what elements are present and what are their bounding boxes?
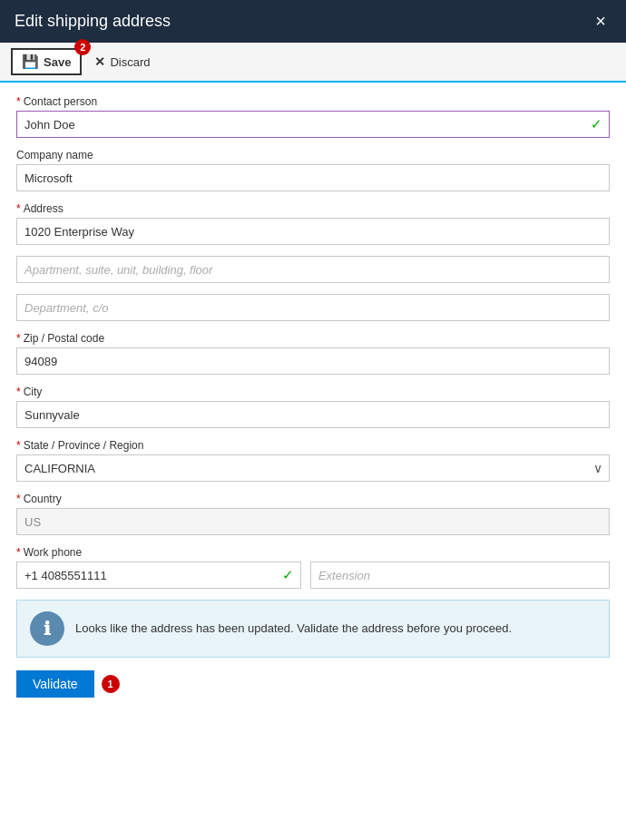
address2-group bbox=[16, 256, 610, 283]
info-icon: ℹ bbox=[44, 618, 51, 640]
department-input[interactable] bbox=[16, 294, 610, 321]
address-label: *Address bbox=[16, 202, 610, 215]
work-phone-label: *Work phone bbox=[16, 546, 610, 559]
state-group: *State / Province / Region CALIFORNIA TE… bbox=[16, 439, 610, 482]
phone-row: ✓ bbox=[16, 562, 610, 589]
contact-person-label: *Contact person bbox=[16, 95, 610, 108]
address2-input[interactable] bbox=[16, 256, 610, 283]
extension-input[interactable] bbox=[310, 562, 610, 589]
state-select[interactable]: CALIFORNIA TEXAS NEW YORK FLORIDA bbox=[16, 454, 610, 482]
validate-badge: 1 bbox=[102, 675, 120, 693]
state-wrapper: CALIFORNIA TEXAS NEW YORK FLORIDA ∨ bbox=[16, 454, 610, 482]
country-group: *Country bbox=[16, 493, 610, 535]
state-label: *State / Province / Region bbox=[16, 439, 610, 452]
modal-header: Edit shipping address × bbox=[0, 0, 626, 43]
phone-check-icon: ✓ bbox=[282, 567, 294, 583]
close-button[interactable]: × bbox=[590, 9, 611, 34]
country-label: *Country bbox=[16, 493, 610, 505]
phone-col: ✓ bbox=[16, 562, 301, 589]
city-wrapper bbox=[16, 401, 610, 428]
info-text: Looks like the address has been updated.… bbox=[75, 620, 512, 637]
contact-person-check-icon: ✓ bbox=[591, 116, 602, 132]
zip-label: *Zip / Postal code bbox=[16, 332, 610, 345]
save-icon: 💾 bbox=[22, 54, 39, 70]
modal-title: Edit shipping address bbox=[15, 12, 171, 31]
country-wrapper bbox=[16, 508, 610, 535]
phone-wrapper: ✓ bbox=[16, 562, 301, 589]
country-input bbox=[16, 508, 610, 535]
city-group: *City bbox=[16, 386, 610, 428]
work-phone-input[interactable] bbox=[16, 562, 301, 589]
form-body: *Contact person ✓ Company name *Address bbox=[0, 83, 626, 840]
city-label: *City bbox=[16, 386, 610, 398]
validate-button[interactable]: Validate bbox=[16, 670, 94, 698]
required-star: * bbox=[16, 95, 21, 108]
city-input[interactable] bbox=[16, 401, 610, 428]
discard-icon: ✕ bbox=[94, 54, 105, 69]
extension-wrapper bbox=[310, 562, 610, 589]
validate-row: Validate 1 bbox=[16, 670, 610, 707]
toolbar: 💾 Save 2 ✕ Discard bbox=[0, 43, 626, 83]
save-button[interactable]: 💾 Save bbox=[11, 48, 82, 75]
extension-col bbox=[310, 562, 610, 589]
address-group: *Address bbox=[16, 202, 610, 245]
zip-group: *Zip / Postal code bbox=[16, 332, 610, 375]
company-name-input[interactable] bbox=[16, 164, 610, 191]
discard-button[interactable]: ✕ Discard bbox=[85, 51, 159, 73]
zip-input[interactable] bbox=[16, 347, 610, 375]
save-badge-wrap: 💾 Save 2 bbox=[11, 48, 82, 75]
department-wrapper bbox=[16, 294, 610, 321]
contact-person-wrapper: ✓ bbox=[16, 111, 610, 138]
contact-person-input[interactable] bbox=[16, 111, 610, 138]
contact-person-group: *Contact person ✓ bbox=[16, 95, 610, 138]
company-name-group: Company name bbox=[16, 149, 610, 191]
address-input[interactable] bbox=[16, 218, 610, 245]
info-banner: ℹ Looks like the address has been update… bbox=[16, 600, 610, 658]
address-wrapper bbox=[16, 218, 610, 245]
company-name-wrapper bbox=[16, 164, 610, 191]
zip-wrapper bbox=[16, 347, 610, 375]
work-phone-group: *Work phone ✓ bbox=[16, 546, 610, 589]
info-icon-circle: ℹ bbox=[30, 611, 64, 646]
company-name-label: Company name bbox=[16, 149, 610, 161]
address2-wrapper bbox=[16, 256, 610, 283]
department-group bbox=[16, 294, 610, 321]
